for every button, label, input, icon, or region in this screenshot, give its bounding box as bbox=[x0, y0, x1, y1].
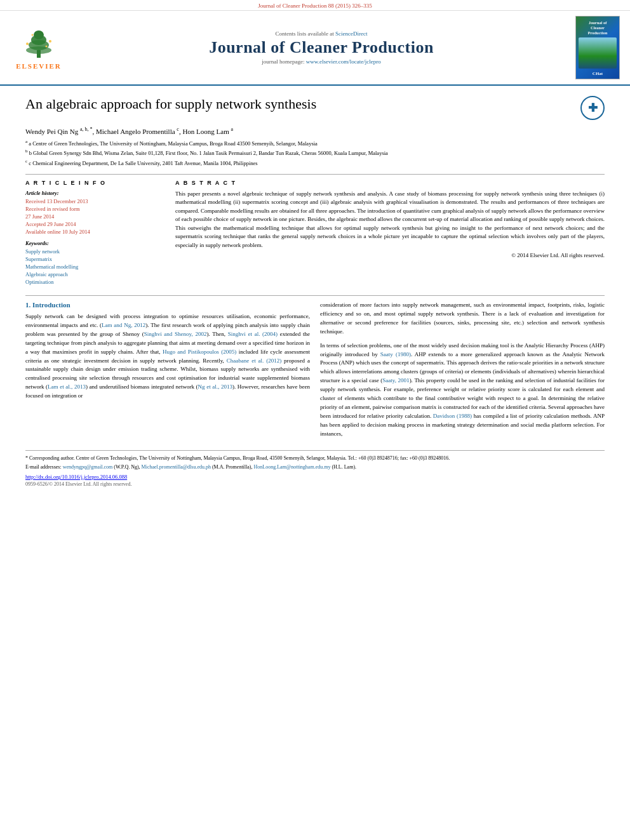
keyword-5: Optimisation bbox=[25, 279, 165, 285]
ref-davidson-1988[interactable]: Davidson (1988) bbox=[433, 413, 472, 419]
divider-2 bbox=[25, 295, 605, 296]
footnote-section: * Corresponding author. Centre of Green … bbox=[25, 450, 605, 487]
left-column: 1. Introduction Supply network can be de… bbox=[25, 301, 310, 444]
history-revised-date: 27 June 2014 bbox=[25, 213, 165, 220]
affiliation-a: a a Centre of Green Technologies, The Un… bbox=[25, 139, 605, 148]
article-info-heading: A R T I C L E I N F O bbox=[25, 180, 165, 186]
ref-singhvi-2004[interactable]: Singhvi et al. (2004) bbox=[228, 331, 278, 337]
history-received: Received 13 December 2013 bbox=[25, 198, 165, 204]
journal-homepage-line: journal homepage: www.elsevier.com/locat… bbox=[74, 58, 569, 65]
thumb-chat-text: CHat bbox=[593, 71, 603, 76]
doi-link[interactable]: http://dx.doi.org/10.1016/j.jclepro.2014… bbox=[25, 474, 127, 480]
svg-point-5 bbox=[26, 43, 29, 45]
footnote-corresponding: * Corresponding author. Centre of Green … bbox=[25, 455, 605, 462]
crossmark-icon: ✚ bbox=[580, 96, 605, 120]
abstract-text: This paper presents a novel algebraic te… bbox=[175, 190, 605, 250]
doi-line: http://dx.doi.org/10.1016/j.jclepro.2014… bbox=[25, 474, 605, 480]
divider-1 bbox=[25, 174, 605, 175]
introduction-paragraph: Supply network can be designed with proc… bbox=[25, 312, 310, 401]
journal-ref-text: Journal of Cleaner Production 88 (2015) … bbox=[258, 3, 372, 9]
ref-hugo-2005[interactable]: Hugo and Pistikopoulos (2005) bbox=[163, 349, 236, 355]
crossmark-badge: ✚ bbox=[580, 96, 605, 120]
svg-point-8 bbox=[46, 45, 48, 47]
affiliations: a a Centre of Green Technologies, The Un… bbox=[25, 139, 605, 168]
elsevier-logo: ELSEVIER bbox=[10, 26, 67, 70]
journal-center-info: Contents lists available at ScienceDirec… bbox=[67, 30, 575, 65]
history-accepted: Accepted 29 June 2014 bbox=[25, 221, 165, 227]
ref-ng-2013[interactable]: Ng et al., 2013 bbox=[198, 383, 232, 390]
keyword-4: Algebraic approach bbox=[25, 271, 165, 277]
thumb-cover-image bbox=[579, 37, 617, 69]
issn-line: 0959-6526/© 2014 Elsevier Ltd. All right… bbox=[25, 481, 605, 487]
keywords-label: Keywords: bbox=[25, 240, 165, 246]
thumb-journal-title: Journal of Cleaner Production bbox=[588, 20, 608, 35]
journal-header: ELSEVIER Contents lists available at Sci… bbox=[0, 11, 630, 86]
ref-chaabane-2012[interactable]: Chaabane et al. (2012) bbox=[227, 357, 281, 364]
svg-point-4 bbox=[34, 30, 44, 39]
ref-lam-ng-2012[interactable]: Lam and Ng, 2012 bbox=[102, 322, 145, 328]
sciencedirect-link[interactable]: ScienceDirect bbox=[335, 30, 367, 37]
authors-text: Wendy Pei Qin Ng a, b, *, Michael Angelo… bbox=[25, 128, 233, 135]
keyword-1: Supply network bbox=[25, 248, 165, 255]
contents-available-line: Contents lists available at ScienceDirec… bbox=[74, 30, 569, 37]
main-content: 1. Introduction Supply network can be de… bbox=[25, 301, 605, 444]
article-history-label: Article history: bbox=[25, 190, 165, 196]
abstract-heading: A B S T R A C T bbox=[175, 180, 605, 186]
keyword-3: Mathematical modelling bbox=[25, 263, 165, 270]
history-online: Available online 10 July 2014 bbox=[25, 229, 165, 235]
journal-cover-thumbnail: Journal of Cleaner Production CHat bbox=[575, 16, 620, 79]
section-introduction-title: 1. Introduction bbox=[25, 301, 310, 309]
journal-title: Journal of Cleaner Production bbox=[74, 38, 569, 57]
ref-saaty-1980[interactable]: Saaty (1980) bbox=[380, 351, 411, 357]
abstract-column: A B S T R A C T This paper presents a no… bbox=[175, 180, 605, 286]
svg-point-6 bbox=[49, 40, 51, 43]
journal-homepage-link[interactable]: www.elsevier.com/locate/jclepro bbox=[306, 58, 381, 65]
authors-line: Wendy Pei Qin Ng a, b, *, Michael Angelo… bbox=[25, 126, 605, 135]
email-wendyngpq[interactable]: wendyngpq@gmail.com bbox=[63, 464, 113, 470]
ref-saaty-2001[interactable]: Saaty, 2001 bbox=[382, 377, 409, 383]
right-column: consideration of more factors into suppl… bbox=[320, 301, 605, 444]
svg-point-7 bbox=[32, 34, 34, 36]
article-title-section: An algebraic approach for supply network… bbox=[25, 96, 605, 120]
ref-singhvi-2002[interactable]: Singhvi and Shenoy, 2002 bbox=[144, 331, 207, 337]
footnote-emails: E-mail addresses: wendyngpq@gmail.com (W… bbox=[25, 463, 605, 471]
keyword-2: Supermatrix bbox=[25, 256, 165, 262]
email-honloong[interactable]: HonLoong.Lam@nottingham.edu.my bbox=[254, 464, 331, 470]
affiliation-b: b b Global Green Synergy Sdn Bhd, Wisma … bbox=[25, 149, 605, 157]
affiliation-c: c c Chemical Engineering Department, De … bbox=[25, 159, 605, 168]
article-info-column: A R T I C L E I N F O Article history: R… bbox=[25, 180, 165, 286]
elsevier-tree-icon bbox=[20, 26, 58, 61]
right-paragraph-2: In terms of selection problems, one of t… bbox=[320, 342, 605, 439]
elsevier-brand-text: ELSEVIER bbox=[16, 62, 62, 70]
ref-lam-2013[interactable]: Lam et al., 2013 bbox=[48, 383, 86, 390]
email-promentilla[interactable]: Michael.promentilla@dlsu.edu.ph bbox=[142, 464, 211, 470]
history-revised-label: Received in revised form bbox=[25, 206, 165, 212]
right-paragraph-1: consideration of more factors into suppl… bbox=[320, 301, 605, 337]
journal-reference-bar: Journal of Cleaner Production 88 (2015) … bbox=[0, 0, 630, 11]
article-container: An algebraic approach for supply network… bbox=[0, 86, 630, 497]
abstract-rights: © 2014 Elsevier Ltd. All rights reserved… bbox=[175, 252, 605, 258]
article-meta-row: A R T I C L E I N F O Article history: R… bbox=[25, 180, 605, 286]
article-title: An algebraic approach for supply network… bbox=[25, 96, 574, 112]
